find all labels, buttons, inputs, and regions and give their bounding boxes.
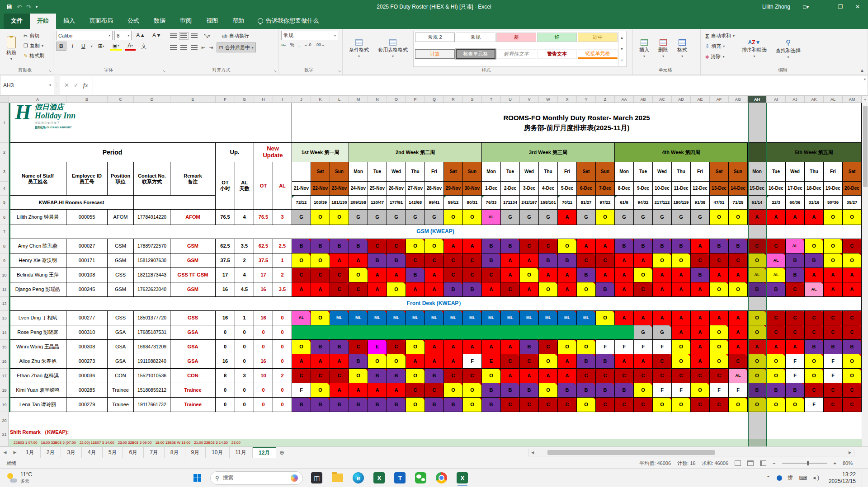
shift-cell[interactable]: O bbox=[292, 253, 311, 268]
staff-remark[interactable]: GSM bbox=[170, 282, 216, 297]
forecast-3[interactable]: 181/130 bbox=[330, 196, 349, 210]
borders-icon[interactable]: ⊞▾ bbox=[95, 42, 107, 51]
align-top-icon[interactable] bbox=[170, 33, 177, 38]
keyboard-icon[interactable]: ⌨ bbox=[799, 475, 807, 481]
shift-cell[interactable] bbox=[463, 325, 482, 340]
shift-cell[interactable]: B bbox=[558, 383, 577, 398]
shift-cell[interactable]: B bbox=[577, 268, 596, 282]
shift-cell[interactable]: A bbox=[330, 253, 349, 268]
shift-cell[interactable]: C bbox=[292, 268, 311, 282]
insert-function-icon[interactable]: fx bbox=[83, 82, 88, 89]
date-1-Dec[interactable]: 1-Dec bbox=[482, 182, 501, 196]
shift-cell[interactable]: A bbox=[653, 268, 672, 282]
staff-al-new[interactable]: 0 bbox=[273, 354, 292, 369]
shift-cell[interactable]: O bbox=[767, 369, 786, 383]
shift-cell[interactable]: A bbox=[843, 268, 862, 282]
shift-cell[interactable]: F bbox=[824, 354, 843, 369]
shift-cell[interactable]: F bbox=[786, 369, 805, 383]
shift-cell[interactable]: B bbox=[482, 383, 501, 398]
staff-position[interactable]: GSA bbox=[108, 325, 134, 340]
shift-cell[interactable]: O bbox=[406, 369, 425, 383]
shift-cell[interactable]: A bbox=[615, 282, 634, 297]
shift-cell[interactable]: C bbox=[691, 398, 710, 412]
normal-view-icon[interactable] bbox=[735, 460, 741, 466]
shift-cell[interactable]: A bbox=[615, 354, 634, 369]
column-header-W[interactable]: W bbox=[539, 96, 558, 103]
shift-cell[interactable]: O bbox=[634, 383, 653, 398]
shift-cell[interactable]: A bbox=[406, 282, 425, 297]
shift-cell[interactable]: A bbox=[672, 325, 691, 340]
shift-cell[interactable]: C bbox=[710, 369, 729, 383]
shift-cell[interactable]: B bbox=[748, 383, 767, 398]
cell-style-good[interactable]: 好 bbox=[537, 33, 577, 42]
shift-cell[interactable]: O bbox=[805, 369, 824, 383]
shift-cell[interactable]: B bbox=[368, 253, 387, 268]
shift-cell[interactable]: G bbox=[292, 210, 311, 225]
tab-view[interactable]: 视图 bbox=[199, 13, 225, 29]
day-name-5[interactable]: Tue bbox=[368, 162, 387, 182]
shift-cell[interactable]: C bbox=[520, 398, 539, 412]
taskbar-taskview-button[interactable]: ◫ bbox=[307, 469, 327, 487]
row-header-10[interactable]: 10 bbox=[0, 268, 9, 282]
tab-file[interactable]: 文件 bbox=[4, 13, 30, 29]
shift-cell[interactable]: A bbox=[634, 311, 653, 325]
day-name-12[interactable]: Tue bbox=[501, 162, 520, 182]
column-header-D[interactable]: D bbox=[134, 96, 170, 103]
forecast-28[interactable]: 31/16 bbox=[805, 196, 824, 210]
shift-cell[interactable]: A bbox=[729, 311, 748, 325]
shift-cell[interactable]: C bbox=[843, 398, 862, 412]
shift-cell[interactable]: B bbox=[577, 354, 596, 369]
shift-cell[interactable] bbox=[501, 325, 520, 340]
column-header-AL[interactable]: AL bbox=[824, 96, 843, 103]
shift-cell[interactable]: A bbox=[539, 369, 558, 383]
italic-button[interactable]: I bbox=[69, 42, 76, 51]
shift-cell[interactable]: AL bbox=[805, 282, 824, 297]
shift-cell[interactable]: ML bbox=[330, 311, 349, 325]
shift-cell[interactable] bbox=[539, 325, 558, 340]
day-name-22[interactable]: Fri bbox=[691, 162, 710, 182]
day-name-4[interactable]: Mon bbox=[349, 162, 368, 182]
staff-name[interactable]: Alice Zhu 朱春艳 bbox=[9, 354, 66, 369]
shift-cell[interactable] bbox=[425, 325, 444, 340]
shift-cell[interactable]: C bbox=[463, 253, 482, 268]
shift-cell[interactable]: O bbox=[558, 340, 577, 354]
decrease-decimal-icon[interactable]: .00→ bbox=[316, 42, 326, 47]
shift-cell[interactable]: A bbox=[767, 210, 786, 225]
shift-cell[interactable]: C bbox=[406, 253, 425, 268]
shift-cell[interactable]: A bbox=[691, 282, 710, 297]
row-header-x[interactable] bbox=[0, 439, 9, 446]
staff-position[interactable]: CON bbox=[108, 369, 134, 383]
sheet-tab-2月[interactable]: 2月 bbox=[41, 447, 61, 458]
accounting-format-icon[interactable]: ¤▾ bbox=[281, 42, 286, 47]
shift-cell[interactable]: AL bbox=[767, 268, 786, 282]
forecast-19[interactable]: 94/32 bbox=[634, 196, 653, 210]
shift-cell[interactable]: O bbox=[786, 398, 805, 412]
shift-cell[interactable]: B bbox=[843, 340, 862, 354]
shift-cell[interactable]: O bbox=[444, 210, 463, 225]
date-25-Nov[interactable]: 25-Nov bbox=[368, 182, 387, 196]
shift-cell[interactable]: B bbox=[748, 282, 767, 297]
shift-cell[interactable]: A bbox=[330, 383, 349, 398]
column-header-AK[interactable]: AK bbox=[805, 96, 824, 103]
shift-cell[interactable]: ML bbox=[368, 311, 387, 325]
staff-al-new[interactable]: 1 bbox=[273, 253, 292, 268]
staff-al-new[interactable]: 0 bbox=[273, 311, 292, 325]
forecast-20[interactable]: 217/112 bbox=[653, 196, 672, 210]
shift-cell[interactable]: A bbox=[330, 354, 349, 369]
row-header-2[interactable]: 2 bbox=[0, 143, 9, 162]
shift-cell[interactable]: C bbox=[425, 253, 444, 268]
day-name-16[interactable]: Sat bbox=[577, 162, 596, 182]
shift-cell[interactable]: B bbox=[387, 253, 406, 268]
dialog-launcher-icon[interactable]: ↘ bbox=[338, 69, 341, 73]
shift-cell[interactable]: C bbox=[672, 369, 691, 383]
taskbar-teams-button[interactable]: T bbox=[390, 469, 410, 487]
forecast-14[interactable]: 158/101 bbox=[539, 196, 558, 210]
column-header-S[interactable]: S bbox=[463, 96, 482, 103]
staff-ot[interactable]: 37.5 bbox=[216, 253, 235, 268]
shift-cell[interactable]: A bbox=[311, 354, 330, 369]
shift-cell[interactable]: AL bbox=[786, 239, 805, 253]
staff-contact[interactable]: 15812907630 bbox=[134, 253, 170, 268]
staff-name[interactable]: Winni Wang 王晶晶 bbox=[9, 340, 66, 354]
vertical-scrollbar[interactable]: ▲ bbox=[862, 96, 868, 446]
shift-cell[interactable]: C bbox=[710, 398, 729, 412]
